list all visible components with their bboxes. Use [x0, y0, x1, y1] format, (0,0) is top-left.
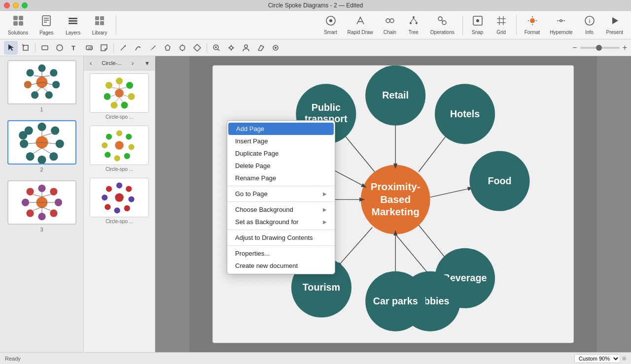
- library-button[interactable]: Library: [87, 13, 112, 37]
- transform-tool[interactable]: [175, 41, 189, 55]
- circle-tool[interactable]: [53, 41, 67, 55]
- format-button[interactable]: Format: [521, 13, 544, 37]
- thumb-item-2[interactable]: Circle-spo ...: [84, 123, 155, 175]
- menu-duplicate-page[interactable]: Duplicate Page: [227, 147, 335, 160]
- svg-rect-8: [69, 18, 77, 19]
- zoom-out-button[interactable]: −: [572, 43, 577, 52]
- rapid-draw-button[interactable]: Rapid Draw: [344, 13, 377, 37]
- svg-text:Car parks: Car parks: [373, 296, 418, 306]
- svg-point-139: [106, 186, 112, 192]
- thumb-item-3[interactable]: Circle-spo ...: [84, 175, 155, 227]
- svg-point-41: [57, 45, 63, 51]
- zoom-in-button[interactable]: +: [623, 43, 627, 52]
- zoom-select[interactable]: Custom 90% 50% 75% 100% 150% 200%: [574, 354, 620, 363]
- menu-properties[interactable]: Properties...: [227, 247, 335, 260]
- snap-button[interactable]: Snap: [467, 13, 489, 37]
- tools-sep-1: [35, 43, 35, 53]
- menu-adjust-drawing[interactable]: Adjust to Drawing Contents: [227, 232, 335, 244]
- info-button[interactable]: i Info: [579, 13, 600, 37]
- menu-go-to-page[interactable]: Go to Page ▶: [227, 188, 335, 200]
- snap-label: Snap: [472, 30, 483, 35]
- format2-tool[interactable]: [269, 41, 282, 55]
- pages-button[interactable]: Pages: [34, 13, 59, 37]
- solutions-button[interactable]: Solutions: [4, 13, 32, 37]
- hypernote-label: Hypernote: [550, 30, 572, 35]
- thumb-nav-back[interactable]: ‹: [88, 58, 94, 68]
- thumb-panel-title: Circle-...: [102, 60, 122, 66]
- smart-icon: [325, 15, 336, 29]
- page-thumb-1[interactable]: 1: [0, 56, 83, 116]
- svg-text:T: T: [71, 44, 75, 52]
- thumb-panel-menu[interactable]: ▾: [143, 58, 151, 68]
- main-toolbar: Solutions Pages Layers Library Smart: [0, 11, 631, 39]
- smart-label: Smart: [324, 30, 337, 35]
- info-icon: i: [584, 15, 595, 29]
- rectangle-tool[interactable]: [38, 41, 52, 55]
- zoom-slider[interactable]: [580, 47, 620, 49]
- svg-point-124: [126, 133, 132, 139]
- menu-add-page[interactable]: Add Page: [228, 123, 334, 135]
- close-button[interactable]: [4, 2, 10, 8]
- page-thumb-2[interactable]: 2: [0, 116, 83, 176]
- grid-button[interactable]: Grid: [491, 13, 512, 37]
- pen-tool[interactable]: [146, 41, 160, 55]
- tools-sep-2: [113, 43, 114, 53]
- menu-set-as-background[interactable]: Set as Background for ▶: [227, 216, 335, 228]
- text-tool[interactable]: T: [68, 41, 81, 55]
- resize-handle[interactable]: ⊞: [622, 356, 626, 361]
- menu-choose-background[interactable]: Choose Background ▶: [227, 203, 335, 216]
- svg-text:ab: ab: [88, 46, 93, 51]
- people-tool[interactable]: [239, 41, 253, 55]
- canvas: Proximity- Based Marketing Retail Hotels…: [155, 56, 631, 352]
- svg-point-62: [52, 81, 60, 88]
- present-button[interactable]: Present: [602, 13, 627, 37]
- hypernote-icon: [556, 15, 566, 29]
- svg-point-92: [50, 188, 57, 195]
- layers-button[interactable]: Layers: [61, 13, 85, 37]
- window-title: Circle Spoke Diagrams - 2 — Edited: [268, 2, 363, 9]
- svg-point-114: [105, 82, 112, 89]
- present-label: Present: [606, 30, 623, 35]
- eraser-tool[interactable]: [254, 41, 268, 55]
- note-tool[interactable]: [97, 41, 111, 55]
- line-tool[interactable]: [116, 41, 130, 55]
- svg-text:Retail: Retail: [382, 90, 409, 100]
- thumb-nav-forward[interactable]: ›: [130, 58, 136, 68]
- crop-tool[interactable]: [19, 41, 33, 55]
- crop2-tool[interactable]: [190, 41, 204, 55]
- library-label: Library: [92, 30, 107, 35]
- menu-create-new-doc[interactable]: Create new document: [227, 260, 335, 272]
- menu-delete-page[interactable]: Delete Page: [227, 160, 335, 172]
- thumb-item-1[interactable]: Circle-spo ...: [84, 70, 155, 123]
- zoom-slider-thumb[interactable]: [596, 45, 602, 51]
- smart-button[interactable]: Smart: [320, 13, 342, 37]
- minimize-button[interactable]: [13, 2, 19, 8]
- page-num-1: 1: [4, 106, 79, 112]
- hypernote-button[interactable]: Hypernote: [546, 13, 576, 37]
- svg-point-29: [476, 19, 479, 22]
- svg-rect-10: [69, 23, 77, 24]
- chain-button[interactable]: Chain: [379, 13, 401, 37]
- label-tool[interactable]: ab: [82, 41, 96, 55]
- select-tool[interactable]: [4, 41, 18, 55]
- operations-button[interactable]: Operations: [426, 13, 458, 37]
- svg-line-24: [411, 18, 414, 22]
- fullscreen-button[interactable]: [22, 2, 28, 8]
- page-preview-2: [7, 120, 76, 165]
- menu-sep-3: [227, 230, 335, 230]
- zoom-in-tool[interactable]: [210, 41, 223, 55]
- svg-rect-13: [95, 21, 99, 25]
- svg-text:Public: Public: [312, 102, 341, 113]
- menu-insert-page[interactable]: Insert Page: [227, 135, 335, 147]
- svg-point-34: [530, 18, 535, 23]
- statusbar: Ready Custom 90% 50% 75% 100% 150% 200% …: [0, 352, 631, 364]
- bend-tool[interactable]: [131, 41, 145, 55]
- svg-point-111: [121, 102, 128, 109]
- tree-button[interactable]: Tree: [403, 13, 424, 37]
- menu-rename-page[interactable]: Rename Page: [227, 172, 335, 184]
- svg-point-113: [104, 93, 111, 100]
- pan-tool[interactable]: [224, 41, 238, 55]
- page-thumb-3[interactable]: 3: [0, 176, 83, 236]
- svg-point-83: [19, 131, 27, 139]
- shape-tool[interactable]: [161, 41, 175, 55]
